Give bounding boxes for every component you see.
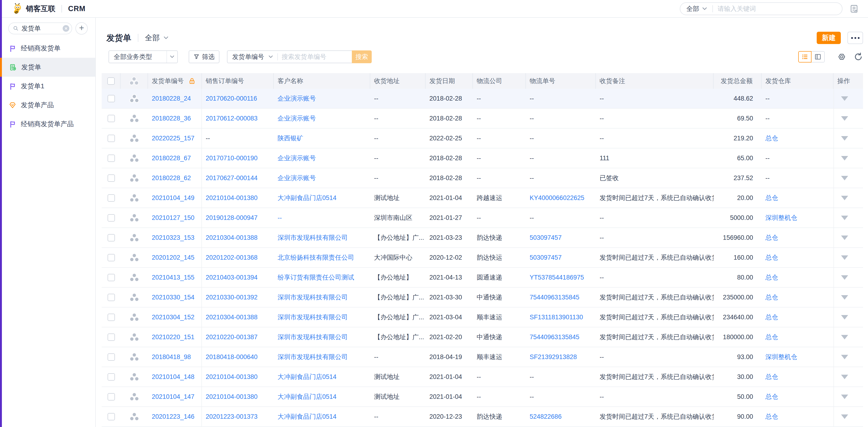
sales-order-no-link[interactable]: 20180418-000640 [206, 353, 257, 361]
search-field-select[interactable]: 发货单编号 [227, 53, 277, 61]
shipment-no-link[interactable]: 20180228_67 [152, 154, 191, 162]
settings-gear-icon[interactable] [837, 52, 846, 61]
customer-name-link[interactable]: 深圳市发现科技有限公司 [278, 313, 348, 321]
sales-order-no-link[interactable]: 20201223-001373 [206, 413, 257, 420]
shipment-no-link[interactable]: 20210104_147 [152, 393, 194, 400]
tracking-no-link[interactable]: YT5378544186975 [530, 274, 584, 281]
sidebar-object-search-input[interactable]: 发货单 × [8, 23, 72, 34]
shipment-no-link[interactable]: 20180228_24 [152, 95, 191, 102]
tracking-no-link[interactable]: SF1311813901130 [530, 314, 583, 321]
shipment-no-link[interactable]: 20201223_146 [152, 413, 194, 420]
shipment-no-link[interactable]: 20210330_154 [152, 294, 194, 301]
business-type-select[interactable]: 全部业务类型 [108, 50, 178, 63]
row-checkbox[interactable] [107, 254, 115, 261]
row-checkbox[interactable] [107, 334, 115, 341]
customer-name-link[interactable]: 企业演示账号 [278, 174, 316, 182]
shipment-no-link[interactable]: 20210413_155 [152, 274, 194, 281]
row-actions-dropdown[interactable] [841, 255, 848, 260]
sales-order-no-link[interactable]: 20190128-000947 [206, 214, 257, 222]
customer-name-link[interactable]: -- [278, 214, 282, 222]
shipment-no-link[interactable]: 20201202_145 [152, 254, 194, 261]
sales-order-no-link[interactable]: 20210220-001387 [206, 334, 257, 341]
sales-order-no-link[interactable]: 20201202-001368 [206, 254, 257, 261]
clear-search-icon[interactable]: × [63, 25, 69, 32]
search-button[interactable]: 搜索 [352, 50, 372, 63]
select-all-checkbox[interactable] [107, 77, 115, 85]
tracking-no-link[interactable]: 524822686 [530, 413, 562, 420]
row-checkbox[interactable] [107, 314, 115, 321]
keyword-search-input[interactable]: 搜索发货单编号 [278, 53, 352, 61]
row-checkbox[interactable] [107, 214, 115, 222]
warehouse-link[interactable]: 总仓 [765, 273, 778, 282]
warehouse-link[interactable]: 总仓 [765, 233, 778, 242]
shipment-no-link[interactable]: 20180418_98 [152, 353, 191, 361]
warehouse-link[interactable]: 深圳整机仓 [765, 353, 797, 361]
print-icon[interactable] [849, 4, 859, 13]
split-view-toggle[interactable] [811, 51, 825, 62]
customer-name-link[interactable]: 纷享订货有限责任公司测试 [278, 273, 354, 282]
row-actions-dropdown[interactable] [841, 335, 848, 339]
row-checkbox[interactable] [107, 95, 115, 102]
customer-name-link[interactable]: 深圳市发现科技有限公司 [278, 353, 348, 361]
row-checkbox[interactable] [107, 353, 115, 361]
customer-name-link[interactable]: 企业演示账号 [278, 154, 316, 162]
shipment-no-link[interactable]: 20180228_36 [152, 115, 191, 122]
sales-order-no-link[interactable]: 20210304-001388 [206, 314, 257, 321]
warehouse-link[interactable]: 总仓 [765, 293, 778, 302]
row-actions-dropdown[interactable] [841, 216, 848, 220]
warehouse-link[interactable]: 总仓 [765, 134, 778, 142]
sidebar-item-1[interactable]: 发货单 [0, 58, 95, 77]
add-object-button[interactable]: + [75, 22, 88, 34]
warehouse-link[interactable]: 总仓 [765, 373, 778, 381]
global-search-scope-dropdown[interactable]: 全部 [686, 4, 708, 13]
sidebar-item-2[interactable]: 发货单1 [0, 77, 95, 96]
customer-name-link[interactable]: 深圳市发现科技有限公司 [278, 233, 348, 242]
filter-button[interactable]: 筛选 [189, 50, 219, 63]
sales-order-no-link[interactable]: 20210304-001388 [206, 234, 257, 241]
row-actions-dropdown[interactable] [841, 156, 848, 161]
global-search-input[interactable]: 全部 请输入关键词 [680, 2, 842, 15]
create-button[interactable]: 新建 [817, 32, 841, 44]
row-checkbox[interactable] [107, 373, 115, 380]
sales-order-no-link[interactable]: 20170620-000116 [206, 95, 257, 102]
row-checkbox[interactable] [107, 294, 115, 301]
customer-name-link[interactable]: 深圳市发现科技有限公司 [278, 333, 348, 341]
customer-name-link[interactable]: 陕西银矿 [278, 134, 303, 142]
customer-name-link[interactable]: 企业演示账号 [278, 114, 316, 123]
shipment-no-link[interactable]: 20210220_151 [152, 334, 194, 341]
row-actions-dropdown[interactable] [841, 96, 848, 101]
row-actions-dropdown[interactable] [841, 275, 848, 280]
warehouse-link[interactable]: 深圳整机仓 [765, 214, 797, 222]
shipment-no-link[interactable]: 20210104_148 [152, 373, 194, 380]
tracking-no-link[interactable]: 75440963135845 [530, 334, 579, 341]
sidebar-item-4[interactable]: 经销商发货单产品 [0, 115, 95, 134]
row-actions-dropdown[interactable] [841, 116, 848, 121]
sales-order-no-link[interactable]: 20210330-001392 [206, 294, 257, 301]
row-checkbox[interactable] [107, 393, 115, 400]
row-checkbox[interactable] [107, 174, 115, 182]
row-checkbox[interactable] [107, 274, 115, 281]
sales-order-no-link[interactable]: 20210104-001380 [206, 373, 257, 380]
row-actions-dropdown[interactable] [841, 355, 848, 359]
row-actions-dropdown[interactable] [841, 176, 848, 180]
row-checkbox[interactable] [107, 194, 115, 202]
shipment-no-link[interactable]: 20210304_152 [152, 314, 194, 321]
tracking-no-link[interactable]: SF21392913828 [530, 353, 577, 361]
row-checkbox[interactable] [107, 135, 115, 142]
shipment-no-link[interactable]: 20220225_157 [152, 135, 194, 142]
sales-order-no-link[interactable]: 20210403-001394 [206, 274, 257, 281]
customer-name-link[interactable]: 企业演示账号 [278, 94, 316, 103]
warehouse-link[interactable]: 总仓 [765, 393, 778, 401]
sales-order-no-link[interactable]: 20170710-000190 [206, 154, 257, 162]
row-checkbox[interactable] [107, 115, 115, 122]
row-actions-dropdown[interactable] [841, 375, 848, 379]
warehouse-link[interactable]: 总仓 [765, 253, 778, 262]
tracking-no-link[interactable]: 503097457 [530, 234, 562, 241]
sales-order-no-link[interactable]: 20210104-001380 [206, 393, 257, 400]
list-view-toggle[interactable] [798, 51, 811, 62]
shipment-no-link[interactable]: 20210104_149 [152, 194, 194, 202]
row-actions-dropdown[interactable] [841, 136, 848, 141]
row-actions-dropdown[interactable] [841, 235, 848, 240]
sales-order-no-link[interactable]: 20210104-001380 [206, 194, 257, 202]
customer-name-link[interactable]: 深圳市发现科技有限公司 [278, 293, 348, 302]
